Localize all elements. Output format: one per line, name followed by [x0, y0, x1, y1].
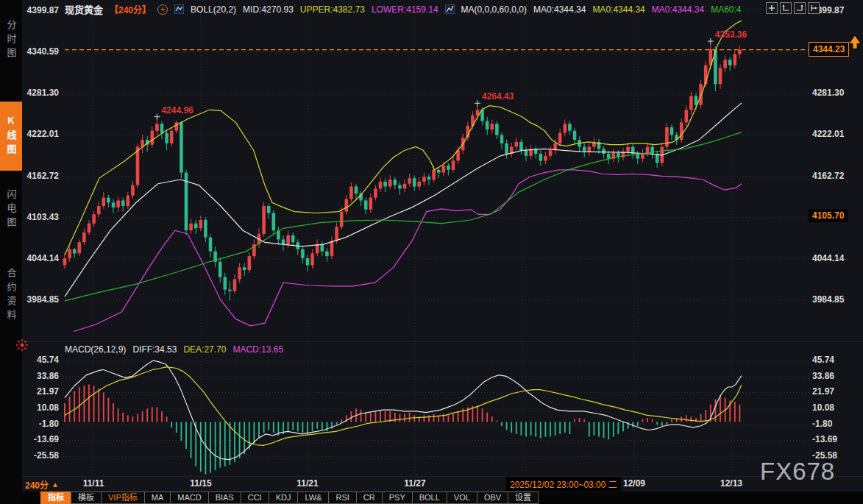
- reference-price-box: 4105.70: [809, 209, 848, 222]
- macd-axis-label-left: -13.69: [16, 434, 59, 444]
- period-selector-label: 240分: [25, 478, 49, 491]
- watermark: FX678: [760, 458, 835, 486]
- chart-header: 现货黄金 【240分】 + BOLL(20,2) MID:4270.93 UPP…: [65, 2, 742, 16]
- boll-lower-value: LOWER:4159.14: [372, 4, 438, 15]
- macd-macd-value: MACD:13.65: [232, 344, 283, 355]
- price-axis-label-left: 4340.59: [16, 46, 59, 57]
- macd-diff-value: DIFF:34.53: [132, 344, 177, 355]
- period-selector[interactable]: 240分 ▲: [25, 478, 59, 491]
- toolbar-button-MA[interactable]: MA: [144, 491, 171, 504]
- macd-axis-label-right: 10.08: [812, 402, 861, 413]
- candle-tooltip: 2025/12/02 23:00~03:00 二: [506, 477, 621, 491]
- toolbar-button-OBV[interactable]: OBV: [477, 491, 508, 504]
- price-axis-label-left: 3984.85: [16, 294, 59, 305]
- price-axis-label-right: 4044.14: [812, 253, 861, 263]
- toolbar-button-指标[interactable]: 指标: [40, 491, 71, 504]
- last-price-box: 4344.23: [809, 42, 849, 57]
- macd-dea-value: DEA:27.70: [183, 344, 226, 355]
- boll-label: BOLL(20,2): [191, 4, 236, 15]
- price-axis-label-left: 4162.72: [16, 171, 59, 181]
- toolbar-button-BIAS[interactable]: BIAS: [208, 491, 241, 504]
- kline-chart-canvas[interactable]: 4244.964264.434353.36: [0, 0, 863, 504]
- price-axis-label-left: 4222.01: [16, 129, 59, 139]
- macd-axis-label-left: 45.74: [16, 355, 59, 365]
- period-label: 【240分】: [110, 3, 151, 15]
- toolbar-button-CCI[interactable]: CCI: [241, 491, 269, 504]
- date-label: 11/27: [404, 478, 425, 489]
- macd-axis-label-right: 21.97: [812, 386, 861, 397]
- sidebar-tab-1[interactable]: 分时图: [0, 6, 22, 75]
- scale-right-axis-icon[interactable]: [794, 2, 806, 14]
- red-burst-icon: [15, 338, 29, 352]
- toolbar-button-CR[interactable]: CR: [356, 491, 383, 504]
- macd-axis-label-right: -13.69: [812, 434, 861, 444]
- price-axis-label-left: 4044.14: [16, 253, 59, 263]
- scale-time-axis-icon[interactable]: [808, 2, 820, 14]
- toolbar-button-KDJ[interactable]: KDJ: [269, 491, 299, 504]
- toolbar-button-PSY[interactable]: PSY: [382, 491, 413, 504]
- add-indicator-icon[interactable]: +: [157, 4, 168, 15]
- up-triangle-icon: ▲: [52, 480, 59, 489]
- ma-indicator-icon: [445, 4, 455, 14]
- macd-axis-label-right: 45.74: [812, 355, 861, 365]
- toolbar-button-RSI[interactable]: RSI: [328, 491, 356, 504]
- toolbar-button-VIP指标[interactable]: VIP指标: [101, 491, 145, 504]
- toolbar-button-模板[interactable]: 模板: [71, 491, 102, 504]
- toolbar-button-MACD[interactable]: MACD: [170, 491, 208, 504]
- date-label: 11/21: [296, 478, 318, 489]
- high-annotation: 4353.36: [715, 29, 747, 40]
- ma-label: MA(0,0,0,60,0,0): [461, 4, 527, 15]
- boll-mid-value: MID:4270.93: [243, 4, 294, 15]
- ma0-white-value: MA0:4344.34: [533, 4, 586, 15]
- date-label: 11/11: [83, 478, 104, 489]
- date-label: 12/13: [720, 478, 742, 489]
- price-axis-label-left: 4399.87: [16, 5, 59, 15]
- macd-label: MACD(26,12,9): [65, 344, 126, 355]
- indicator-toolbar: 指标模板VIP指标MAMACDBIASCCIKDJLW&RSICRPSYBOLL…: [22, 491, 863, 504]
- macd-axis-label-right: 33.86: [812, 371, 861, 381]
- sidebar-tab-3[interactable]: 闪电图: [0, 175, 22, 244]
- boll-upper-value: UPPER:4382.73: [300, 4, 365, 15]
- macd-axis-label-right: -1.80: [812, 419, 861, 429]
- price-axis-label-left: 4103.43: [16, 212, 59, 222]
- toolbar-button-VOL[interactable]: VOL: [447, 491, 477, 504]
- toolbar-button-LW&[interactable]: LW&: [297, 491, 329, 504]
- ma60-value: MA60:4: [711, 4, 741, 15]
- macd-axis-label-left: -25.58: [16, 450, 59, 461]
- toolbar-button-设置[interactable]: 设置: [508, 491, 539, 504]
- macd-axis-label-left: 33.86: [16, 371, 59, 381]
- symbol-label: 现货黄金: [65, 2, 103, 16]
- price-axis-label-right: 4162.72: [812, 171, 861, 181]
- toolbar-button-BOLL[interactable]: BOLL: [412, 491, 447, 504]
- ma0-yellow-value: MA0:4344.34: [592, 4, 644, 15]
- chart-corner-toolbar: [766, 2, 820, 14]
- ma0-magenta-value: MA0:4344.34: [652, 4, 704, 15]
- price-axis-label-right: 4222.01: [812, 129, 861, 139]
- macd-axis-label-left: 10.08: [16, 402, 59, 413]
- price-axis-label-left: 4281.30: [16, 88, 59, 98]
- pan-icon[interactable]: [766, 2, 778, 14]
- date-label: 12/09: [623, 478, 645, 489]
- trading-app-window: 4244.964264.434353.36 分时图K线图闪电图合约资料 现货黄金…: [0, 0, 863, 504]
- price-axis-label-right: 4281.30: [812, 88, 861, 98]
- high-annotation: 4264.43: [482, 91, 514, 102]
- scale-left-axis-icon[interactable]: [780, 2, 792, 14]
- macd-axis-label-left: -1.80: [16, 419, 59, 429]
- boll-indicator-icon: [174, 4, 184, 14]
- high-annotation: 4244.96: [161, 105, 193, 116]
- price-axis-label-right: 3984.85: [812, 294, 861, 305]
- macd-axis-label-left: 21.97: [16, 386, 59, 397]
- date-label: 11/15: [190, 478, 211, 489]
- macd-header: MACD(26,12,9) DIFF:34.53 DEA:27.70 MACD:…: [65, 344, 283, 355]
